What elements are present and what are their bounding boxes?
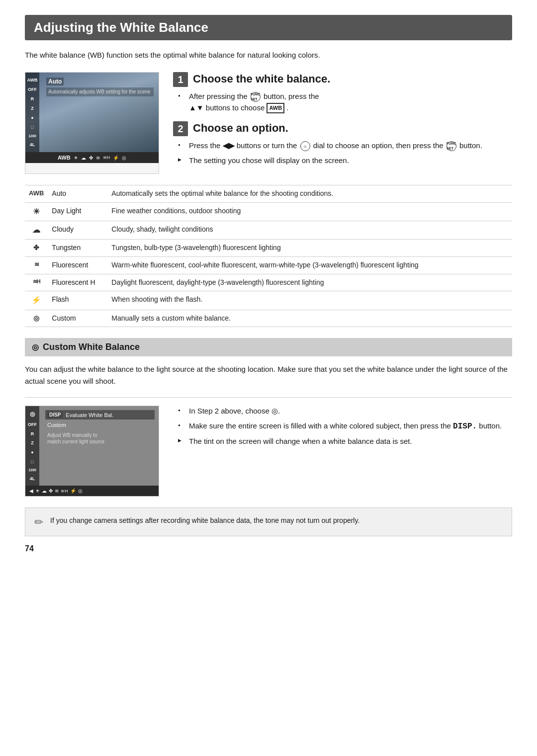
table-row-tungsten: ✤ Tungsten Tungsten, bulb-type (3-wavele…: [25, 240, 512, 257]
step2-bullets: Press the ◀▶ buttons or turn the ○ dial …: [173, 140, 512, 166]
cam2-custom-icon: ◎: [30, 411, 35, 418]
step2-row: 2 Choose an option.: [173, 121, 512, 136]
cam2-4l: 4L: [30, 476, 35, 481]
table-row-custom: ◎ Custom Manually sets a custom white ba…: [25, 310, 512, 327]
cam2-bottom-left: ◀: [29, 488, 33, 494]
table-row-fluorh: ≋H Fluorescent H Daylight fluorescent, d…: [25, 274, 512, 291]
step1-text-before: After pressing the: [189, 92, 250, 100]
func-set-icon-2: FUNCSET: [447, 141, 456, 151]
step2-bullet-1: Press the ◀▶ buttons or turn the ○ dial …: [178, 140, 512, 152]
cam2-bottom-sun: ☀: [35, 488, 40, 494]
custom-wb-bullet-1: In Step 2 above, choose ◎.: [178, 406, 512, 417]
cam2-r: R: [31, 431, 34, 436]
table-icon-cloudy: ☁: [25, 221, 48, 239]
cam2-off: OFF: [28, 422, 37, 427]
cam2-bottom-fl1: ≋: [55, 488, 59, 494]
bottom-cloud: ☁: [81, 155, 86, 161]
table-icon-fluorh: ≋H: [25, 274, 48, 291]
table-icon-tungsten: ✤: [25, 240, 48, 257]
cam2-custom-item: Custom: [45, 420, 155, 429]
table-icon-awb: AWB: [25, 185, 48, 203]
table-icon-fluor: ≋: [25, 256, 48, 274]
table-desc-awb: Automatically sets the optimal white bal…: [107, 185, 512, 203]
step1-title: Choose the white balance.: [193, 72, 330, 86]
cam2-sidebar: ◎ OFF R Z ● □ 1280 4L: [25, 406, 39, 486]
cam2-bottom-flash: ⚡: [70, 488, 76, 494]
step2-bullet-2: The setting you chose will display on th…: [178, 155, 512, 167]
table-name-custom: Custom: [48, 310, 107, 327]
cam2-bottom-tung: ✤: [49, 488, 53, 494]
step-1: 1 Choose the white balance. After pressi…: [173, 72, 512, 113]
table-name-cloudy: Cloudy: [48, 221, 107, 239]
custom-wb-title: Custom White Balance: [43, 342, 140, 352]
table-row-awb: AWB Auto Automatically sets the optimal …: [25, 185, 512, 203]
table-desc-tungsten: Tungsten, bulb-type (3-wavelength) fluor…: [107, 240, 512, 257]
camera-mockup-2: ◎ OFF R Z ● □ 1280 4L DISP Evaluate Whit…: [25, 406, 159, 497]
note-box: ✏ If you change camera settings after re…: [25, 507, 512, 536]
camera-overlay: Auto Automatically adjusts WB setting fo…: [25, 73, 159, 152]
wb-auto-desc: Automatically adjusts WB setting for the…: [46, 87, 154, 96]
table-name-tungsten: Tungsten: [48, 240, 107, 257]
step1-row: 1 Choose the white balance.: [173, 72, 512, 87]
step-section: AWB OFF R Z ● □ 1280 4L Auto Automatical…: [25, 72, 512, 174]
step1-text-end: .: [286, 103, 288, 112]
bottom-tungsten: ✤: [89, 155, 93, 161]
step2-title: Choose an option.: [193, 121, 288, 136]
cam2-desc-text: Adjust WB manually tomatch current light…: [47, 432, 104, 445]
bottom-fluor2: ≋H: [103, 155, 110, 160]
custom-wb-heading: ◎ Custom White Balance: [25, 338, 512, 356]
custom-wb-bullets: In Step 2 above, choose ◎. Make sure the…: [173, 406, 512, 447]
step1-number: 1: [173, 72, 188, 87]
cam2-content: DISP Evaluate White Bal. Custom Adjust W…: [41, 406, 159, 451]
bottom-sun: ☀: [74, 155, 78, 161]
bottom-fluor1: ≋: [96, 155, 100, 161]
dial-icon: ○: [300, 141, 310, 151]
table-icon-custom: ◎: [25, 310, 48, 327]
table-desc-fluorh: Daylight fluorescent, daylight-type (3-w…: [107, 274, 512, 291]
table-desc-fluor: Warm-white fluorescent, cool-white fluor…: [107, 256, 512, 274]
awb-badge: AWB: [267, 103, 284, 113]
bottom-flash: ⚡: [113, 155, 119, 161]
table-name-fluor: Fluorescent: [48, 256, 107, 274]
nav-arrows: ▲▼: [189, 103, 204, 112]
cam2-bottom-custom: ◎: [78, 488, 83, 494]
custom-wb-bullet-2: Make sure the entire screen is filled wi…: [178, 420, 512, 432]
intro-text: The white balance (WB) function sets the…: [25, 49, 512, 61]
custom-wb-icon: ◎: [32, 342, 39, 352]
step1-bullet-1: After pressing the FUNCSET button, press…: [178, 91, 512, 113]
camera-mockup-1: AWB OFF R Z ● □ 1280 4L Auto Automatical…: [25, 72, 159, 174]
custom-wb-step-section: ◎ OFF R Z ● □ 1280 4L DISP Evaluate Whit…: [25, 397, 512, 497]
table-desc-cloudy: Cloudy, shady, twilight conditions: [107, 221, 512, 239]
cam2-evaluate: DISP Evaluate White Bal.: [45, 410, 155, 420]
page-number: 74: [25, 544, 512, 553]
table-name-flash: Flash: [48, 291, 107, 310]
note-icon: ✏: [34, 516, 43, 529]
table-name-fluorh: Fluorescent H: [48, 274, 107, 291]
wb-table: AWB Auto Automatically sets the optimal …: [25, 185, 512, 327]
table-row-fluor: ≋ Fluorescent Warm-white fluorescent, co…: [25, 256, 512, 274]
custom-wb-bullet-3: The tint on the screen will change when …: [178, 436, 512, 447]
table-desc-custom: Manually sets a custom white balance.: [107, 310, 512, 327]
bottom-awb: AWB: [58, 155, 71, 161]
table-icon-flash: ⚡: [25, 291, 48, 310]
cam2-1280: 1280: [28, 468, 36, 472]
table-desc-flash: When shooting with the flash.: [107, 291, 512, 310]
lr-arrows-icon: ◀▶: [223, 141, 235, 150]
steps-content: 1 Choose the white balance. After pressi…: [173, 72, 512, 174]
custom-wb-bullets-content: In Step 2 above, choose ◎. Make sure the…: [173, 406, 512, 497]
cam2-desc-item: Adjust WB manually tomatch current light…: [45, 430, 155, 446]
step-2: 2 Choose an option. Press the ◀▶ buttons…: [173, 121, 512, 166]
table-row-daylight: ☀ Day Light Fine weather conditions, out…: [25, 202, 512, 221]
cam2-bottom-cloud: ☁: [42, 488, 47, 494]
cam2-z: Z: [31, 440, 34, 445]
camera-screen: AWB OFF R Z ● □ 1280 4L Auto Automatical…: [25, 73, 159, 152]
disp-text: DISP.: [453, 422, 477, 431]
func-set-icon: FUNCSET: [251, 92, 261, 102]
cam2-disp-badge: DISP: [47, 412, 63, 418]
step1-bullets: After pressing the FUNCSET button, press…: [173, 91, 512, 113]
table-row-flash: ⚡ Flash When shooting with the flash.: [25, 291, 512, 310]
step2-number: 2: [173, 121, 188, 136]
cam2-sq: □: [31, 459, 33, 464]
wb-auto-label: Auto: [46, 78, 64, 85]
custom-wb-intro: You can adjust the white balance to the …: [25, 363, 512, 387]
